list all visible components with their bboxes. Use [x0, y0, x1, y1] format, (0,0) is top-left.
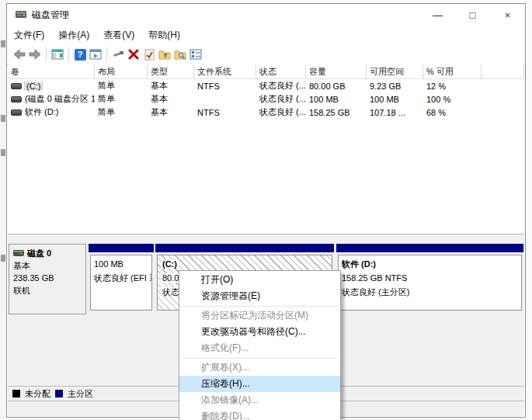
help-icon[interactable]: ? — [72, 47, 88, 61]
menu-item-add-mirror: 添加镜像(A)... — [179, 392, 340, 408]
close-button[interactable]: × — [490, 4, 525, 26]
volume-capacity: 100 MB — [306, 95, 367, 104]
column-header-layout[interactable]: 布局 — [95, 64, 148, 78]
menu-item-open[interactable]: 打开(O) — [179, 272, 340, 288]
action-pane-icon[interactable] — [88, 47, 103, 61]
partition-context-menu: 打开(O) 资源管理器(E) 将分区标记为活动分区(M) 更改驱动器号和路径(C… — [179, 270, 341, 420]
toolbar-separator — [106, 47, 107, 61]
properties-icon[interactable] — [188, 47, 203, 61]
background-glyph-fragment — [1, 115, 5, 122]
volume-pct-free: 68 % — [423, 108, 482, 117]
volume-status: 状态良好 (... — [256, 93, 306, 105]
volume-row-efi[interactable]: (磁盘 0 磁盘分区 1) 简单 基本 状态良好 (... 100 MB 100… — [8, 92, 524, 106]
folder-search-icon[interactable] — [172, 47, 188, 61]
menu-file[interactable]: 文件(F) — [7, 26, 51, 44]
forward-icon[interactable] — [27, 47, 43, 61]
disk-icon — [13, 247, 24, 259]
back-icon[interactable] — [12, 47, 27, 61]
column-header-free[interactable]: 可用空间 — [367, 64, 423, 78]
menu-separator — [182, 358, 338, 359]
background-glyph-fragment — [1, 255, 5, 262]
partition-size: 100 MB — [94, 257, 148, 271]
delete-icon[interactable] — [126, 47, 141, 61]
menu-action[interactable]: 操作(A) — [51, 26, 96, 44]
volume-capacity: 158.25 GB — [306, 108, 367, 117]
disk-status: 联机 — [13, 284, 82, 297]
volume-layout: 简单 — [95, 93, 148, 105]
volume-filesystem: NTFS — [194, 108, 256, 117]
partition-name: 软件 (D:) — [342, 257, 518, 271]
volume-free: 9.23 GB — [367, 82, 423, 91]
disk-name: 磁盘 0 — [27, 247, 51, 259]
menu-item-delete-volume: 删除卷(D)... — [179, 408, 340, 420]
menu-item-format: 格式化(F)... — [179, 340, 340, 356]
menu-item-extend-volume: 扩展卷(X)... — [179, 359, 340, 376]
check-document-icon[interactable] — [141, 47, 157, 61]
column-header-volume[interactable]: 卷 — [8, 64, 95, 78]
volume-icon — [11, 109, 22, 116]
tool-icon[interactable] — [110, 47, 126, 61]
maximize-button[interactable]: □ — [455, 4, 490, 26]
volume-table-header: 卷 布局 类型 文件系统 状态 容量 可用空间 % 可用 — [8, 64, 524, 79]
disk-kind: 基本 — [13, 259, 82, 272]
volume-layout: 简单 — [95, 106, 148, 118]
volume-filesystem: NTFS — [194, 82, 256, 91]
volume-status: 状态良好 (... — [256, 80, 306, 92]
volume-pct-free: 12 % — [423, 82, 482, 91]
volume-status: 状态良好 (... — [256, 106, 306, 118]
menu-item-shrink-volume[interactable]: 压缩卷(H)... — [179, 376, 340, 392]
title-bar: 磁盘管理 — □ × — [7, 4, 525, 26]
partition-color-band — [155, 244, 334, 252]
column-header-status[interactable]: 状态 — [256, 64, 306, 78]
disk-0-info-box[interactable]: 磁盘 0 基本 238.35 GB 联机 — [9, 244, 86, 314]
partition-status: 状态良好 (EFI 系 — [94, 271, 148, 285]
window-controls: — □ × — [420, 4, 525, 26]
partition-d[interactable]: 软件 (D:) 158.25 GB NTFS 状态良好 (主分区) — [336, 244, 523, 314]
volume-name: 软件 (D:) — [25, 106, 58, 118]
menu-help[interactable]: 帮助(H) — [141, 26, 187, 44]
volume-capacity: 80.00 GB — [306, 82, 367, 91]
window-title: 磁盘管理 — [32, 9, 69, 22]
toolbar: ? — [7, 44, 525, 65]
console-tree-icon[interactable] — [50, 47, 65, 61]
volume-layout: 简单 — [95, 80, 148, 92]
legend-primary-swatch — [55, 390, 63, 397]
volume-name: (C:) — [25, 82, 42, 91]
menu-item-mark-active: 将分区标记为活动分区(M) — [179, 307, 340, 324]
volume-name: (磁盘 0 磁盘分区 1) — [25, 93, 95, 105]
toolbar-separator — [68, 47, 69, 61]
volume-row-d[interactable]: 软件 (D:) 简单 基本 NTFS 状态良好 (... 158.25 GB 1… — [8, 106, 524, 119]
disk-management-app-icon — [15, 9, 27, 20]
volume-icon — [11, 96, 22, 102]
menu-item-change-drive-letter[interactable]: 更改驱动器号和路径(C)... — [179, 324, 340, 340]
legend-unallocated-swatch — [12, 390, 20, 397]
background-glyph-fragment — [1, 149, 5, 156]
screen: 磁盘管理 — □ × 文件(F) 操作(A) 查看(V) 帮助(H) — [0, 0, 532, 420]
column-header-pct-free[interactable]: % 可用 — [423, 64, 482, 78]
volume-free: 100 MB — [367, 95, 423, 104]
volume-row-c[interactable]: (C:) 简单 基本 NTFS 状态良好 (... 80.00 GB 9.23 … — [8, 79, 524, 92]
column-header-capacity[interactable]: 容量 — [306, 64, 367, 78]
partition-size: 80.0 — [161, 273, 180, 283]
partition-status: 状态良好 (主分区) — [342, 285, 518, 299]
column-header-type[interactable]: 类型 — [148, 64, 194, 78]
volume-icon — [11, 83, 22, 89]
volume-type: 基本 — [148, 80, 194, 92]
menu-view[interactable]: 查看(V) — [96, 26, 141, 44]
partition-color-band — [336, 244, 523, 252]
legend-unallocated-label: 未分配 — [25, 388, 50, 400]
volume-pct-free: 100 % — [423, 95, 482, 104]
folder-up-icon[interactable] — [157, 47, 172, 61]
menu-separator — [182, 306, 338, 307]
volume-free: 107.18 ... — [367, 108, 423, 117]
minimize-button[interactable]: — — [420, 4, 455, 26]
column-header-filesystem[interactable]: 文件系统 — [194, 64, 256, 78]
background-window-sliver — [0, 0, 6, 420]
partition-efi[interactable]: 100 MB 状态良好 (EFI 系 — [89, 244, 154, 314]
volume-list-pane: 卷 布局 类型 文件系统 状态 容量 可用空间 % 可用 (C:) 简单 基本 … — [8, 64, 524, 234]
menu-item-explorer[interactable]: 资源管理器(E) — [179, 288, 340, 304]
partition-color-band — [89, 244, 154, 252]
volume-type: 基本 — [148, 93, 194, 105]
partition-name: (C:) — [161, 259, 179, 269]
volume-type: 基本 — [148, 106, 194, 118]
